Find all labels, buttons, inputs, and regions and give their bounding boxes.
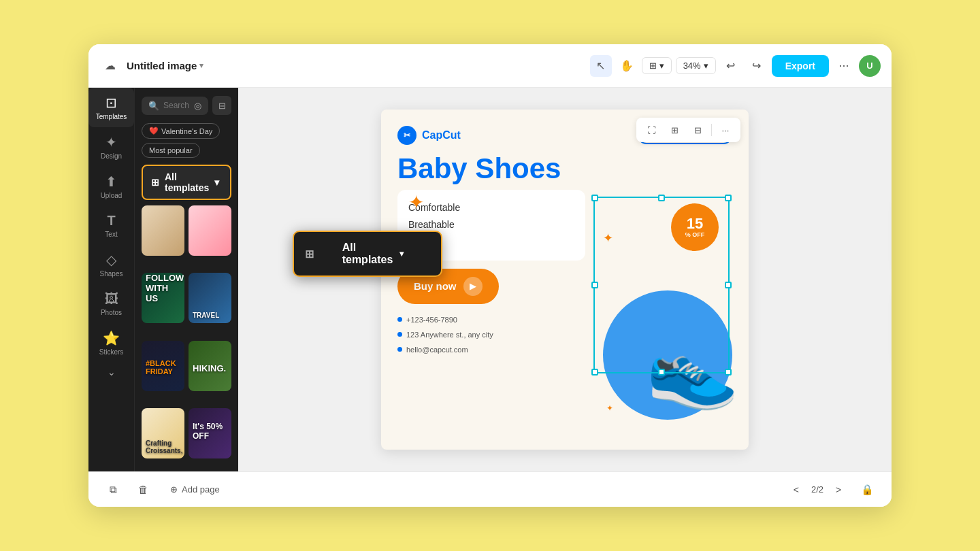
crop-button[interactable]: ⛶	[642, 120, 661, 139]
brand-logo-icon: ✂	[397, 126, 416, 145]
page-indicator: 2/2	[811, 484, 823, 495]
template-thumb[interactable]: #BLACK FRIDAY	[142, 341, 184, 391]
selection-handle[interactable]	[591, 369, 598, 375]
sidebar-item-upload[interactable]: ⬆ Upload	[88, 167, 134, 206]
design-area: ✂ CapCut www.capcut.com 🔍 Baby Shoes	[381, 110, 749, 450]
search-bar[interactable]: 🔍 ◎	[142, 97, 208, 115]
all-templates-label: All templates	[165, 171, 209, 193]
templates-label: Templates	[96, 113, 127, 120]
filter-button[interactable]: ⊟	[212, 96, 231, 115]
sparkle-icon: ✦	[606, 403, 613, 413]
design-left: ✦ Comfortable Breathable Anti-slip Buy n…	[397, 190, 585, 433]
add-page-button[interactable]: ⊕ Add page	[162, 480, 228, 499]
shoe-image: 👟	[646, 325, 739, 413]
shapes-icon: ◇	[106, 252, 116, 268]
heart-icon: ❤️	[149, 127, 159, 135]
template-thumb[interactable]: FOLLOWWITH US	[142, 273, 184, 323]
sidebar-item-templates[interactable]: ⊡ Templates	[88, 88, 134, 127]
avatar[interactable]: U	[859, 55, 881, 77]
cloud-save-button[interactable]: ☁	[99, 55, 121, 77]
template-thumb[interactable]: It's 50% OFF	[189, 408, 231, 458]
next-page-button[interactable]: >	[829, 480, 848, 499]
selection-handle[interactable]	[725, 195, 732, 201]
template-label: TRAVEL	[193, 312, 227, 319]
lock-icon: 🔒	[861, 484, 874, 496]
selection-handle[interactable]	[591, 282, 598, 288]
dot-icon	[397, 317, 402, 322]
selection-handle[interactable]	[591, 195, 598, 201]
duplicate-page-button[interactable]: ⧉	[102, 479, 124, 501]
template-label: HIKING.	[193, 363, 227, 373]
selection-handle[interactable]	[658, 195, 665, 201]
redo-button[interactable]: ↪	[746, 55, 768, 77]
prev-page-button[interactable]: <	[787, 480, 806, 499]
export-button[interactable]: Export	[772, 55, 829, 77]
hand-tool-button[interactable]: ✋	[616, 55, 638, 77]
discount-unit: % OFF	[685, 231, 705, 238]
dropdown-label: All templates	[342, 241, 393, 266]
dropdown-icon: ⊞	[305, 248, 336, 261]
duplicate-icon: ⧉	[110, 484, 117, 496]
undo-button[interactable]: ↩	[720, 55, 742, 77]
copy-style-button[interactable]: ⊟	[688, 120, 707, 139]
qr-button[interactable]: ⊞	[665, 120, 684, 139]
template-label: #BLACK FRIDAY	[146, 359, 180, 375]
template-thumb[interactable]: Crafting Croissants,	[142, 408, 184, 458]
template-thumb[interactable]: TRAVEL	[189, 273, 231, 323]
qr-icon: ⊞	[671, 125, 679, 135]
all-templates-dropdown[interactable]: ⊞ All templates ▾	[293, 231, 442, 277]
filter-icon: ⊟	[218, 101, 226, 111]
more-icon: ···	[722, 125, 730, 135]
selection-handle[interactable]	[725, 282, 732, 288]
sidebar-item-stickers[interactable]: ⭐ Stickers	[88, 323, 134, 363]
cloud-icon: ☁	[105, 59, 116, 72]
sidebar-item-photos[interactable]: 🖼 Photos	[88, 284, 134, 323]
shapes-label: Shapes	[100, 270, 123, 278]
element-toolbar: ⛶ ⊞ ⊟ ···	[636, 118, 740, 142]
canvas-area: ✂ CapCut www.capcut.com 🔍 Baby Shoes	[238, 88, 892, 471]
toolbar-separator	[711, 124, 712, 136]
template-thumb[interactable]: HIKING.	[189, 341, 231, 391]
main-content: ⊡ Templates ✦ Design ⬆ Upload T Text ◇	[88, 88, 892, 471]
sidebar-item-design[interactable]: ✦ Design	[88, 127, 134, 167]
stickers-label: Stickers	[99, 348, 124, 356]
canvas-wrapper[interactable]: ✂ CapCut www.capcut.com 🔍 Baby Shoes	[381, 110, 749, 450]
more-options-button[interactable]: ···	[833, 55, 855, 77]
document-title[interactable]: Untitled image ▾	[127, 60, 203, 71]
select-icon: ↖	[596, 59, 605, 72]
app-window: ☁ Untitled image ▾ ↖ ✋ ⊞ ▾ 34% ▾	[88, 44, 892, 507]
search-input[interactable]	[163, 101, 190, 110]
tag-valentine[interactable]: ❤️ Valentine's Day	[142, 123, 220, 139]
delete-icon: 🗑	[138, 484, 148, 495]
all-templates-bar[interactable]: ⊞ All templates ▾	[142, 165, 231, 200]
design-right: 👟 15 % OFF ✦ ✦	[596, 190, 732, 433]
sidebar-item-text[interactable]: T Text	[88, 206, 134, 245]
stickers-icon: ⭐	[103, 330, 120, 346]
phone: +123-456-7890	[406, 312, 457, 327]
page-nav: < 2/2 >	[787, 480, 848, 499]
face-scan-icon: ◎	[194, 101, 201, 111]
redo-icon: ↪	[752, 59, 761, 72]
select-tool-button[interactable]: ↖	[590, 55, 612, 77]
undo-icon: ↩	[726, 59, 735, 72]
text-label: Text	[105, 231, 117, 238]
dropdown-chevron-icon: ▾	[399, 249, 430, 258]
buy-label: Buy now	[414, 280, 457, 292]
design-icon: ✦	[105, 134, 117, 150]
zoom-button[interactable]: 34% ▾	[676, 57, 716, 74]
delete-page-button[interactable]: 🗑	[132, 479, 154, 501]
layout-button[interactable]: ⊞ ▾	[642, 57, 672, 74]
lock-button[interactable]: 🔒	[856, 479, 878, 501]
top-bar-tools: ↖ ✋ ⊞ ▾ 34% ▾ ↩ ↪ Export ···	[590, 55, 881, 77]
feature-1: Comfortable	[408, 199, 574, 216]
template-thumb[interactable]	[142, 205, 184, 256]
sidebar-item-shapes[interactable]: ◇ Shapes	[88, 245, 134, 284]
template-thumb[interactable]	[189, 205, 231, 256]
more-element-button[interactable]: ···	[716, 120, 735, 139]
photos-label: Photos	[101, 309, 122, 316]
templates-panel: 🔍 ◎ ⊟ ❤️ Valentine's Day Most pop	[135, 88, 238, 471]
tag-popular[interactable]: Most popular	[142, 143, 200, 158]
discount-badge: 15 % OFF	[671, 203, 719, 251]
brand-name: CapCut	[422, 129, 461, 141]
sidebar-scroll-down[interactable]: ⌄	[103, 363, 120, 382]
